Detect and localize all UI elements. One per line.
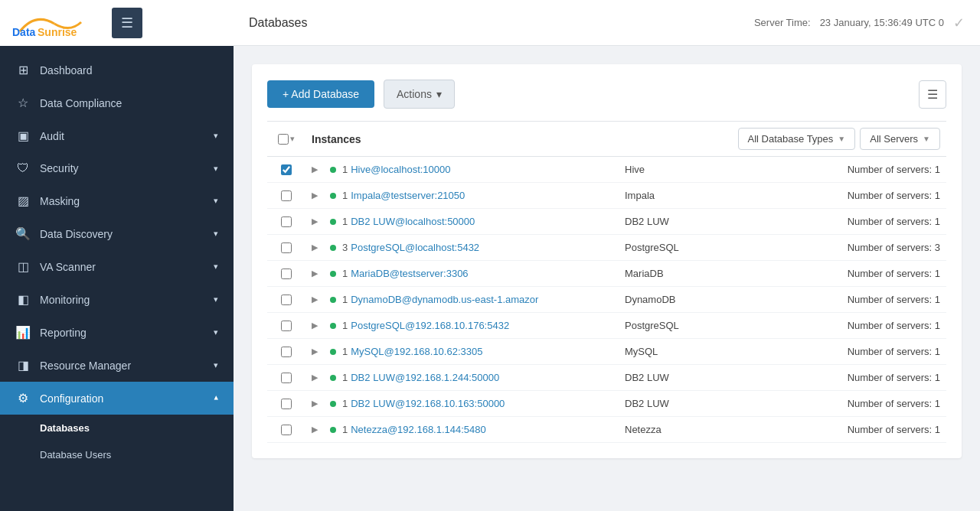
header-checkbox-cell: ▾ — [267, 134, 305, 145]
row-checkbox[interactable] — [281, 295, 292, 305]
sidebar-item-reporting[interactable]: 📊 Reporting ▾ — [0, 316, 234, 349]
sidebar-toggle-button[interactable]: ☰ — [112, 8, 142, 38]
status-dot — [324, 375, 342, 381]
row-instance-link[interactable]: DynamoDB@dynamodb.us-east-1.amazor — [351, 294, 625, 305]
row-type: DB2 LUW — [625, 398, 778, 409]
row-checkbox[interactable] — [281, 373, 292, 383]
chevron-down-icon: ▾ — [214, 262, 218, 272]
table-row: ▶ 1 DynamoDB@dynamodb.us-east-1.amazor D… — [267, 287, 946, 313]
sidebar-item-configuration[interactable]: ⚙ Configuration ▾ — [0, 382, 234, 415]
sidebar-item-data-discovery[interactable]: 🔍 Data Discovery ▾ — [0, 217, 234, 250]
row-checkbox[interactable] — [281, 269, 292, 279]
status-dot — [324, 401, 342, 407]
row-checkbox[interactable] — [281, 190, 292, 201]
status-dot — [324, 323, 342, 329]
filter-db-types-button[interactable]: All Database Types ▼ — [738, 128, 856, 150]
filter-servers-button[interactable]: All Servers ▼ — [860, 128, 940, 150]
expand-icon[interactable]: ▶ — [305, 242, 324, 252]
expand-icon[interactable]: ▶ — [305, 164, 324, 174]
dashboard-icon: ⊞ — [15, 63, 31, 77]
row-count: 1 — [342, 372, 348, 383]
row-main: ▶ 1 PostgreSQL@192.168.10.176:5432 Postg… — [305, 320, 946, 331]
sidebar-item-monitoring[interactable]: ◧ Monitoring ▾ — [0, 283, 234, 316]
row-instance-link[interactable]: Impala@testserver:21050 — [351, 190, 625, 201]
row-servers: Number of servers: 1 — [778, 190, 946, 201]
row-instance-link[interactable]: DB2 LUW@192.168.1.244:50000 — [351, 372, 625, 383]
row-servers: Number of servers: 1 — [778, 424, 946, 435]
select-all-checkbox[interactable] — [278, 134, 289, 145]
table-row: ▶ 1 MySQL@192.168.10.62:3305 MySQL Numbe… — [267, 339, 946, 365]
filter-servers-arrow-icon: ▼ — [923, 135, 930, 143]
row-checkbox-cell — [267, 164, 305, 175]
subitem-label: Databases — [40, 422, 90, 434]
sidebar-item-security[interactable]: 🛡 Security ▾ — [0, 152, 234, 184]
svg-text:Sunrise: Sunrise — [38, 26, 77, 37]
expand-icon[interactable]: ▶ — [305, 399, 324, 408]
sidebar-item-masking[interactable]: ▨ Masking ▾ — [0, 184, 234, 217]
va-scanner-icon: ◫ — [15, 259, 31, 274]
actions-arrow-icon: ▾ — [436, 88, 442, 100]
table-row: ▶ 3 PostgreSQL@localhost:5432 PostgreSQL… — [267, 235, 946, 261]
row-checkbox[interactable] — [281, 164, 292, 175]
row-checkbox[interactable] — [281, 242, 292, 253]
sidebar-item-audit[interactable]: ▣ Audit ▾ — [0, 119, 234, 152]
row-instance-link[interactable]: PostgreSQL@192.168.10.176:5432 — [351, 320, 625, 331]
expand-icon[interactable]: ▶ — [305, 347, 324, 356]
resource-manager-icon: ◨ — [15, 358, 31, 373]
sort-arrow-icon: ▾ — [290, 134, 295, 144]
row-instance-link[interactable]: MySQL@192.168.10.62:3305 — [351, 346, 625, 357]
row-count: 1 — [342, 216, 348, 227]
status-dot — [324, 245, 342, 251]
row-count: 1 — [342, 164, 348, 175]
sidebar-subitem-databases[interactable]: Databases — [0, 415, 234, 441]
sidebar-subitem-database-users[interactable]: Database Users — [0, 441, 234, 468]
actions-button[interactable]: Actions ▾ — [384, 80, 455, 109]
sidebar-item-label: Data Compliance — [40, 97, 122, 109]
sidebar-item-label: Security — [40, 162, 79, 174]
row-checkbox[interactable] — [281, 321, 292, 331]
row-count: 1 — [342, 294, 348, 305]
row-servers: Number of servers: 3 — [778, 242, 946, 253]
sidebar-item-va-scanner[interactable]: ◫ VA Scanner ▾ — [0, 250, 234, 283]
monitoring-icon: ◧ — [15, 292, 31, 307]
row-checkbox[interactable] — [281, 399, 292, 409]
row-instance-link[interactable]: PostgreSQL@localhost:5432 — [351, 242, 625, 253]
expand-icon[interactable]: ▶ — [305, 425, 324, 435]
expand-icon[interactable]: ▶ — [305, 373, 324, 382]
data-discovery-icon: 🔍 — [15, 226, 31, 241]
chevron-down-icon: ▾ — [214, 131, 218, 141]
table-menu-button[interactable]: ☰ — [919, 80, 946, 109]
expand-icon[interactable]: ▶ — [305, 190, 324, 200]
row-servers: Number of servers: 1 — [778, 216, 946, 227]
row-type: DB2 LUW — [625, 216, 778, 227]
expand-icon[interactable]: ▶ — [305, 295, 324, 304]
row-main: ▶ 1 MySQL@192.168.10.62:3305 MySQL Numbe… — [305, 346, 946, 357]
status-dot — [324, 167, 342, 173]
row-instance-link[interactable]: Hive@localhost:10000 — [351, 164, 625, 175]
sidebar-item-resource-manager[interactable]: ◨ Resource Manager ▾ — [0, 349, 234, 382]
reporting-icon: 📊 — [15, 325, 31, 340]
actions-label: Actions — [397, 88, 432, 100]
expand-icon[interactable]: ▶ — [305, 269, 324, 278]
row-instance-link[interactable]: DB2 LUW@192.168.10.163:50000 — [351, 398, 625, 409]
sidebar-item-data-compliance[interactable]: ☆ Data Compliance — [0, 86, 234, 119]
row-checkbox[interactable] — [281, 425, 292, 435]
expand-icon[interactable]: ▶ — [305, 321, 324, 330]
row-instance-link[interactable]: DB2 LUW@localhost:50000 — [351, 216, 625, 227]
sidebar-item-label: Dashboard — [40, 64, 93, 76]
toolbar: + Add Database Actions ▾ ☰ — [267, 80, 946, 109]
masking-icon: ▨ — [15, 194, 31, 208]
add-database-button[interactable]: + Add Database — [267, 80, 374, 108]
row-instance-link[interactable]: MariaDB@testserver:3306 — [351, 268, 625, 279]
table-row: ▶ 1 DB2 LUW@192.168.1.244:50000 DB2 LUW … — [267, 365, 946, 391]
row-checkbox-cell — [267, 190, 305, 201]
sidebar-item-dashboard[interactable]: ⊞ Dashboard — [0, 54, 234, 86]
row-checkbox[interactable] — [281, 216, 292, 227]
row-type: PostgreSQL — [625, 242, 778, 253]
content-area: + Add Database Actions ▾ ☰ ▾ Instances A… — [234, 46, 980, 511]
row-checkbox[interactable] — [281, 347, 292, 357]
expand-icon[interactable]: ▶ — [305, 216, 324, 226]
subitem-label: Database Users — [40, 449, 111, 461]
row-instance-link[interactable]: Netezza@192.168.1.144:5480 — [351, 424, 625, 435]
row-checkbox-cell — [267, 425, 305, 435]
